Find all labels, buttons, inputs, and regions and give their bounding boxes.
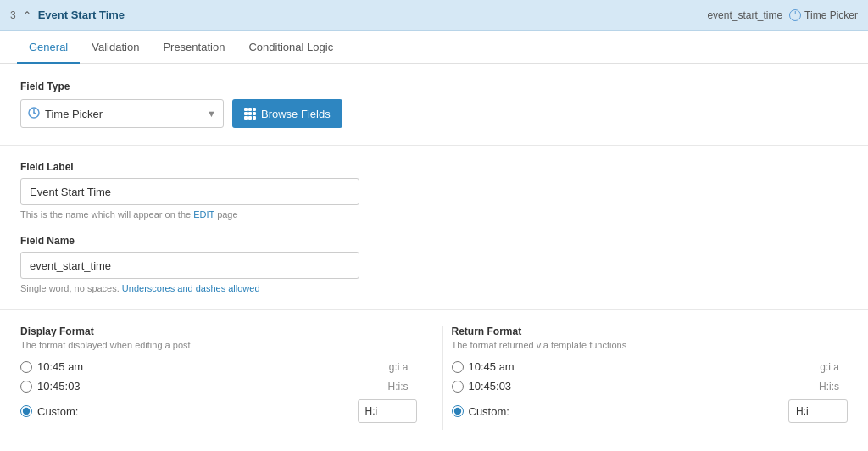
field-label-group: Field Label Event Start Time This is the… [20, 161, 848, 220]
svg-line-2 [34, 113, 36, 114]
display-radio-3[interactable] [20, 405, 32, 417]
return-radio-label-1[interactable]: 10:45 am [452, 360, 821, 373]
return-format-col: Return Format The format returned via te… [442, 326, 849, 430]
return-format-title: Return Format [452, 326, 849, 337]
return-option-2: 10:45:03 H:i:s [452, 380, 849, 393]
field-name-heading: Field Name [20, 235, 848, 247]
tab-validation[interactable]: Validation [80, 31, 151, 64]
browse-fields-button[interactable]: Browse Fields [232, 99, 342, 128]
display-format-desc: The format displayed when editing a post [20, 340, 417, 350]
field-number: 3 [10, 9, 16, 21]
display-format-title: Display Format [20, 326, 417, 337]
field-slug: event_start_time [707, 9, 782, 21]
field-type-select-wrapper: Time Picker ▼ [20, 99, 224, 128]
edit-link[interactable]: EDIT [193, 209, 214, 220]
display-format-col: Display Format The format displayed when… [20, 326, 442, 430]
display-option-2: 10:45:03 H:i:s [20, 380, 417, 393]
return-format-desc: The format returned via template functio… [452, 340, 849, 350]
display-format-value-2: H:i:s [388, 381, 417, 393]
display-radio-2[interactable] [20, 381, 32, 393]
return-option-3: Custom: [452, 399, 849, 423]
field-name-hint: Single word, no spaces. Underscores and … [20, 283, 848, 293]
top-bar: 3 ⌃ Event Start Time event_start_time Ti… [0, 0, 868, 31]
display-radio-label-3[interactable]: Custom: [20, 405, 358, 418]
return-custom-input[interactable] [788, 399, 848, 423]
return-radio-1[interactable] [452, 361, 464, 373]
field-type-label: Field Type [20, 81, 848, 92]
return-radio-label-3[interactable]: Custom: [452, 405, 789, 418]
field-type-clock-icon [28, 107, 40, 121]
display-option-1: 10:45 am g:i a [20, 360, 417, 373]
main-content: General Validation Presentation Conditio… [0, 31, 868, 451]
field-name-input[interactable]: event_start_time [20, 252, 359, 279]
return-format-value-2: H:i:s [819, 381, 848, 393]
field-label-hint: This is the name which will appear on th… [20, 209, 848, 220]
display-radio-1[interactable] [20, 361, 32, 373]
return-option-1-label: 10:45 am [469, 360, 515, 373]
clock-icon [789, 9, 801, 21]
display-option-1-label: 10:45 am [37, 360, 83, 373]
underscore-hint-link[interactable]: Underscores and dashes allowed [122, 283, 260, 293]
return-option-1: 10:45 am g:i a [452, 360, 849, 373]
tab-general[interactable]: General [17, 31, 80, 64]
tab-conditional-logic[interactable]: Conditional Logic [236, 31, 345, 64]
display-custom-input[interactable] [358, 399, 417, 423]
display-radio-label-2[interactable]: 10:45:03 [20, 380, 388, 393]
field-title: Event Start Time [38, 8, 125, 21]
display-radio-label-1[interactable]: 10:45 am [20, 360, 389, 373]
display-option-3-label: Custom: [37, 405, 78, 418]
tab-presentation[interactable]: Presentation [151, 31, 236, 64]
field-type-section: Field Type Time Picker ▼ [0, 64, 868, 146]
browse-fields-label: Browse Fields [261, 108, 331, 120]
field-type-value: Time Picker [45, 108, 202, 120]
type-label: Time Picker [804, 9, 858, 21]
grid-icon [244, 108, 256, 120]
field-name-group: Field Name event_start_time Single word,… [20, 235, 848, 293]
field-type-row: Time Picker ▼ Browse Fields [20, 99, 848, 128]
field-label-name-section: Field Label Event Start Time This is the… [0, 146, 868, 309]
display-format-value-1: g:i a [389, 361, 417, 373]
format-section: Display Format The format displayed when… [0, 310, 868, 445]
return-option-2-label: 10:45:03 [469, 380, 512, 393]
field-label-input[interactable]: Event Start Time [20, 178, 359, 205]
return-option-3-label: Custom: [469, 405, 509, 418]
return-radio-label-2[interactable]: 10:45:03 [452, 380, 820, 393]
tabs-nav: General Validation Presentation Conditio… [0, 31, 868, 64]
field-type-badge: Time Picker [789, 9, 858, 21]
return-radio-3[interactable] [452, 405, 464, 417]
expand-icon[interactable]: ⌃ [23, 9, 31, 21]
return-format-value-1: g:i a [820, 361, 848, 373]
display-option-3: Custom: [20, 399, 417, 423]
return-radio-2[interactable] [452, 381, 464, 393]
field-label-heading: Field Label [20, 161, 848, 173]
display-option-2-label: 10:45:03 [37, 380, 81, 393]
select-chevron-icon: ▼ [207, 109, 216, 119]
field-type-select[interactable]: Time Picker ▼ [20, 99, 224, 128]
